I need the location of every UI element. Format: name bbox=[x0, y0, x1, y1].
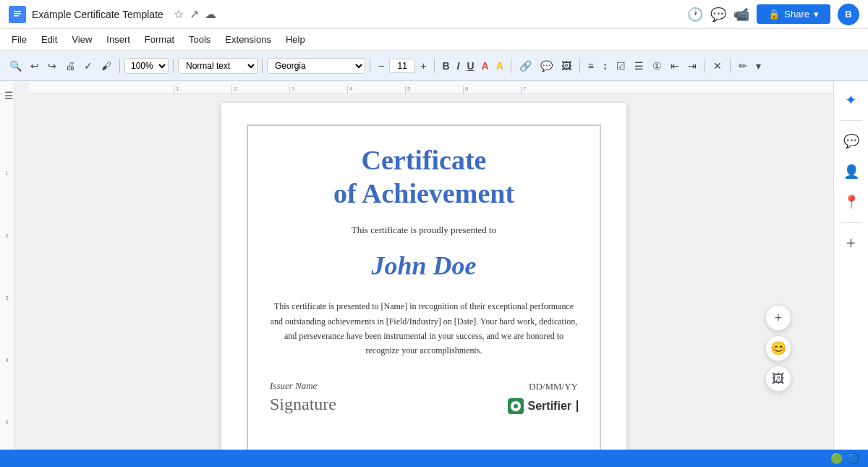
sidebar-person-icon[interactable]: 👤 bbox=[838, 159, 864, 185]
sertifier-dot bbox=[514, 404, 518, 408]
highlight-button[interactable]: A bbox=[493, 58, 506, 74]
menu-help[interactable]: Help bbox=[280, 32, 311, 47]
insert-comment-button[interactable]: 💬 bbox=[537, 57, 556, 75]
undo-button[interactable]: ↩ bbox=[27, 57, 43, 75]
certificate-body-text: This certificate is presented to [Name] … bbox=[270, 299, 578, 358]
cert-signature: Signature bbox=[270, 395, 336, 414]
cert-sertifier: Sertifier bbox=[508, 398, 578, 414]
bullet-list-button[interactable]: ☰ bbox=[631, 57, 647, 75]
zoom-select[interactable]: 100% 75% 125% 150% bbox=[124, 58, 169, 74]
bold-button[interactable]: B bbox=[439, 58, 452, 74]
ruler-mark-1: 1 bbox=[174, 85, 231, 93]
menu-file[interactable]: File bbox=[6, 32, 33, 47]
sidebar-comments-icon[interactable]: 💬 bbox=[838, 128, 864, 154]
redo-button[interactable]: ↪ bbox=[44, 57, 60, 75]
underline-button[interactable]: U bbox=[464, 58, 477, 74]
cert-issuer-name: Issuer Name bbox=[270, 380, 336, 392]
ruler-mark-5: 5 bbox=[405, 85, 463, 93]
document-area: 1 2 3 4 5 6 7 Certificate of Achievement bbox=[14, 81, 833, 450]
certificate-border: Certificate of Achievement This certific… bbox=[247, 125, 601, 450]
ruler-mark-3: 3 bbox=[289, 85, 347, 93]
align-button[interactable]: ≡ bbox=[584, 57, 597, 75]
svg-rect-0 bbox=[12, 7, 23, 22]
cert-title-line2: of Achievement bbox=[333, 178, 514, 209]
cloud-save-icon[interactable]: ☁ bbox=[205, 7, 216, 21]
clear-format-button[interactable]: ✕ bbox=[710, 57, 726, 75]
history-doc-icon[interactable]: ↗ bbox=[190, 7, 199, 21]
search-toolbar-btn[interactable]: 🔍 bbox=[6, 57, 25, 75]
print-button[interactable]: 🖨 bbox=[61, 57, 79, 75]
ruler-mark-6: 6 bbox=[463, 85, 521, 93]
indent-increase-button[interactable]: ⇥ bbox=[684, 57, 700, 75]
fab-image-button[interactable]: 🖼 bbox=[765, 366, 791, 392]
numbered-list-button[interactable]: ① bbox=[649, 57, 665, 75]
ruler-num-5: 5 bbox=[5, 420, 8, 426]
meet-icon[interactable]: 📹 bbox=[733, 7, 749, 22]
separator-8 bbox=[705, 59, 705, 73]
font-select[interactable]: Georgia Arial Times New Roman Roboto bbox=[267, 58, 365, 74]
menu-view[interactable]: View bbox=[66, 32, 98, 47]
google-account-icon[interactable]: 🟢 bbox=[830, 453, 843, 464]
right-sidebar: ✦ 💬 👤 📍 + bbox=[833, 81, 868, 450]
ruler-mark-2: 2 bbox=[231, 85, 289, 93]
separator-2 bbox=[173, 59, 174, 73]
user-avatar[interactable]: B bbox=[838, 4, 859, 25]
share-button[interactable]: 🔒 Share ▾ bbox=[757, 4, 830, 24]
cert-date-section: DD/MM/YY Sertifier bbox=[508, 381, 578, 414]
doc-history-icon[interactable]: 🕐 bbox=[687, 7, 703, 22]
cert-title-line1: Certificate bbox=[362, 145, 487, 175]
fab-add-button[interactable]: + bbox=[765, 305, 791, 331]
insert-image-button[interactable]: 🖼 bbox=[558, 57, 575, 75]
ruler-mark-4: 4 bbox=[347, 85, 405, 93]
line-spacing-button[interactable]: ↕ bbox=[599, 57, 611, 75]
star-icon[interactable]: ☆ bbox=[174, 7, 184, 21]
certificate-title: Certificate of Achievement bbox=[270, 144, 578, 210]
indent-decrease-button[interactable]: ⇤ bbox=[667, 57, 683, 75]
menu-insert[interactable]: Insert bbox=[101, 32, 136, 47]
title-bar-left: Example Certificate Template ☆ ↗ ☁ bbox=[9, 6, 216, 23]
menu-edit[interactable]: Edit bbox=[35, 32, 63, 47]
font-size-increase-btn[interactable]: + bbox=[417, 57, 430, 75]
comments-icon[interactable]: 💬 bbox=[710, 7, 726, 22]
toolbar: 🔍 ↩ ↪ 🖨 ✓ 🖌 100% 75% 125% 150% Normal te… bbox=[0, 51, 868, 81]
bottom-bar: 🟢 🔵 bbox=[0, 450, 868, 467]
font-size-input[interactable] bbox=[389, 59, 415, 73]
menu-tools[interactable]: Tools bbox=[183, 32, 216, 47]
ruler-num-1: 1 bbox=[5, 171, 8, 177]
certificate-recipient-name: John Doe bbox=[270, 251, 578, 281]
document-title: Example Certificate Template bbox=[32, 9, 163, 20]
menu-bar: File Edit View Insert Format Tools Exten… bbox=[0, 29, 868, 51]
svg-rect-3 bbox=[14, 15, 19, 17]
sidebar-gemini-icon[interactable]: ✦ bbox=[838, 87, 864, 113]
sidebar-separator-1 bbox=[841, 120, 862, 121]
italic-button[interactable]: I bbox=[454, 58, 463, 74]
sertifier-icon bbox=[508, 398, 524, 414]
paint-format-button[interactable]: 🖌 bbox=[98, 57, 115, 75]
checklist-button[interactable]: ☑ bbox=[613, 57, 629, 75]
sidebar-maps-icon[interactable]: 📍 bbox=[838, 189, 864, 215]
spell-check-button[interactable]: ✓ bbox=[80, 57, 96, 75]
fab-emoji-button[interactable]: 😊 bbox=[765, 335, 791, 361]
svg-rect-1 bbox=[14, 11, 21, 12]
font-size-decrease-btn[interactable]: − bbox=[375, 57, 388, 75]
sidebar-expand-button[interactable]: + bbox=[838, 230, 864, 256]
cert-date-label: DD/MM/YY bbox=[508, 381, 578, 392]
separator-5 bbox=[434, 59, 435, 73]
ruler-num-2: 2 bbox=[5, 233, 8, 239]
menu-extensions[interactable]: Extensions bbox=[219, 32, 277, 47]
google-activity-icon[interactable]: 🔵 bbox=[847, 453, 859, 464]
text-cursor bbox=[576, 400, 578, 412]
pen-tool-button[interactable]: ✏ bbox=[735, 57, 751, 75]
title-bar-right: 🕐 💬 📹 🔒 Share ▾ B bbox=[687, 4, 859, 25]
more-options-button[interactable]: ▾ bbox=[752, 57, 765, 75]
menu-format[interactable]: Format bbox=[139, 32, 180, 47]
sertifier-text: Sertifier bbox=[528, 400, 571, 413]
document-page[interactable]: Certificate of Achievement This certific… bbox=[221, 103, 626, 450]
text-style-select[interactable]: Normal text Heading 1 Heading 2 Title bbox=[178, 58, 258, 74]
share-label: Share bbox=[784, 9, 809, 20]
ruler-num-3: 3 bbox=[5, 295, 8, 301]
insert-link-button[interactable]: 🔗 bbox=[516, 57, 535, 75]
sertifier-inner bbox=[511, 401, 521, 411]
emoji-icon: 😊 bbox=[770, 340, 786, 356]
text-color-button[interactable]: A bbox=[479, 58, 492, 74]
